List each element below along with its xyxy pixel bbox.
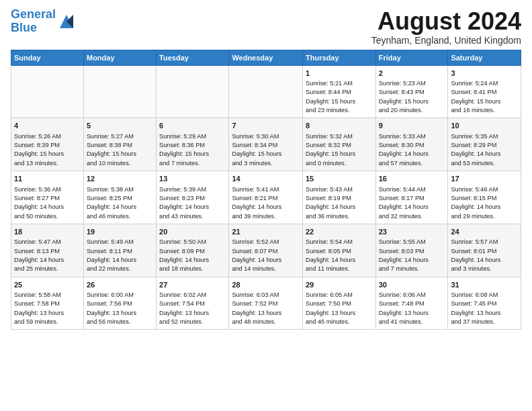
day-detail: Sunrise: 5:30 AMSunset: 8:34 PMDaylight:…: [232, 132, 300, 168]
day-number: 19: [87, 227, 153, 237]
day-number: 31: [451, 280, 518, 290]
calendar-cell: 13Sunrise: 5:39 AMSunset: 8:23 PMDayligh…: [157, 171, 229, 224]
logo-text: GeneralBlue: [11, 8, 56, 35]
calendar-cell: 22Sunrise: 5:54 AMSunset: 8:05 PMDayligh…: [303, 224, 376, 277]
day-number: 27: [159, 280, 226, 290]
calendar-cell: 29Sunrise: 6:05 AMSunset: 7:50 PMDayligh…: [303, 277, 376, 330]
day-detail: Sunrise: 5:43 AMSunset: 8:19 PMDaylight:…: [306, 185, 373, 221]
calendar-cell: [83, 65, 156, 118]
calendar-header: GeneralBlue August 2024 Teynham, England…: [11, 8, 521, 46]
day-detail: Sunrise: 6:03 AMSunset: 7:52 PMDaylight:…: [232, 291, 300, 326]
day-detail: Sunrise: 5:50 AMSunset: 8:09 PMDaylight:…: [159, 238, 226, 273]
day-detail: Sunrise: 5:39 AMSunset: 8:23 PMDaylight:…: [159, 185, 226, 221]
calendar-cell: 7Sunrise: 5:30 AMSunset: 8:34 PMDaylight…: [229, 118, 303, 171]
day-detail: Sunrise: 5:55 AMSunset: 8:03 PMDaylight:…: [379, 238, 445, 273]
day-detail: Sunrise: 5:54 AMSunset: 8:05 PMDaylight:…: [306, 238, 373, 273]
day-detail: Sunrise: 5:35 AMSunset: 8:29 PMDaylight:…: [451, 132, 518, 168]
day-detail: Sunrise: 5:23 AMSunset: 8:43 PMDaylight:…: [379, 79, 445, 115]
calendar-cell: 27Sunrise: 6:02 AMSunset: 7:54 PMDayligh…: [157, 277, 229, 330]
calendar-cell: 24Sunrise: 5:57 AMSunset: 8:01 PMDayligh…: [448, 224, 521, 277]
calendar-cell: 1Sunrise: 5:21 AMSunset: 8:44 PMDaylight…: [303, 65, 376, 118]
calendar-cell: 30Sunrise: 6:06 AMSunset: 7:48 PMDayligh…: [375, 277, 448, 330]
calendar-cell: 3Sunrise: 5:24 AMSunset: 8:41 PMDaylight…: [448, 65, 521, 118]
day-number: 10: [451, 121, 518, 131]
day-header-tuesday: Tuesday: [157, 50, 229, 65]
day-header-friday: Friday: [375, 50, 448, 65]
day-detail: Sunrise: 5:52 AMSunset: 8:07 PMDaylight:…: [232, 238, 300, 273]
day-header-thursday: Thursday: [303, 50, 376, 65]
day-number: 11: [14, 174, 81, 184]
calendar-container: GeneralBlue August 2024 Teynham, England…: [0, 0, 532, 336]
day-detail: Sunrise: 6:06 AMSunset: 7:48 PMDaylight:…: [379, 291, 445, 326]
day-detail: Sunrise: 6:05 AMSunset: 7:50 PMDaylight:…: [306, 291, 373, 326]
day-number: 23: [379, 227, 445, 237]
calendar-cell: 10Sunrise: 5:35 AMSunset: 8:29 PMDayligh…: [448, 118, 521, 171]
calendar-cell: 31Sunrise: 6:08 AMSunset: 7:45 PMDayligh…: [448, 277, 521, 330]
calendar-week-row: 1Sunrise: 5:21 AMSunset: 8:44 PMDaylight…: [11, 65, 521, 118]
day-number: 6: [159, 121, 226, 131]
day-detail: Sunrise: 5:21 AMSunset: 8:44 PMDaylight:…: [306, 79, 373, 115]
day-number: 9: [379, 121, 445, 131]
day-detail: Sunrise: 5:49 AMSunset: 8:11 PMDaylight:…: [87, 238, 153, 273]
calendar-table: SundayMondayTuesdayWednesdayThursdayFrid…: [11, 50, 521, 330]
day-detail: Sunrise: 6:00 AMSunset: 7:56 PMDaylight:…: [87, 291, 153, 326]
day-number: 8: [306, 121, 373, 131]
month-title: August 2024: [371, 8, 521, 35]
calendar-week-row: 4Sunrise: 5:26 AMSunset: 8:39 PMDaylight…: [11, 118, 521, 171]
calendar-cell: 28Sunrise: 6:03 AMSunset: 7:52 PMDayligh…: [229, 277, 303, 330]
calendar-cell: 23Sunrise: 5:55 AMSunset: 8:03 PMDayligh…: [375, 224, 448, 277]
day-detail: Sunrise: 5:38 AMSunset: 8:25 PMDaylight:…: [87, 185, 153, 221]
day-number: 25: [14, 280, 81, 290]
day-header-saturday: Saturday: [448, 50, 521, 65]
day-detail: Sunrise: 5:47 AMSunset: 8:13 PMDaylight:…: [14, 238, 81, 273]
day-detail: Sunrise: 5:58 AMSunset: 7:58 PMDaylight:…: [14, 291, 81, 326]
calendar-cell: 5Sunrise: 5:27 AMSunset: 8:38 PMDaylight…: [83, 118, 156, 171]
day-number: 14: [232, 174, 300, 184]
day-detail: Sunrise: 5:57 AMSunset: 8:01 PMDaylight:…: [451, 238, 518, 273]
day-number: 17: [451, 174, 518, 184]
calendar-week-row: 11Sunrise: 5:36 AMSunset: 8:27 PMDayligh…: [11, 171, 521, 224]
day-detail: Sunrise: 5:26 AMSunset: 8:39 PMDaylight:…: [14, 132, 81, 168]
day-number: 22: [306, 227, 373, 237]
calendar-cell: [157, 65, 229, 118]
day-number: 15: [306, 174, 373, 184]
calendar-cell: 20Sunrise: 5:50 AMSunset: 8:09 PMDayligh…: [157, 224, 229, 277]
calendar-week-row: 25Sunrise: 5:58 AMSunset: 7:58 PMDayligh…: [11, 277, 521, 330]
calendar-header-row: SundayMondayTuesdayWednesdayThursdayFrid…: [11, 50, 521, 65]
day-detail: Sunrise: 5:46 AMSunset: 8:15 PMDaylight:…: [451, 185, 518, 221]
day-detail: Sunrise: 6:08 AMSunset: 7:45 PMDaylight:…: [451, 291, 518, 326]
day-number: 1: [306, 68, 373, 79]
calendar-cell: 11Sunrise: 5:36 AMSunset: 8:27 PMDayligh…: [11, 171, 84, 224]
day-number: 7: [232, 121, 300, 131]
calendar-cell: 9Sunrise: 5:33 AMSunset: 8:30 PMDaylight…: [375, 118, 448, 171]
day-detail: Sunrise: 5:33 AMSunset: 8:30 PMDaylight:…: [379, 132, 445, 168]
calendar-cell: [229, 65, 303, 118]
calendar-cell: 12Sunrise: 5:38 AMSunset: 8:25 PMDayligh…: [83, 171, 156, 224]
calendar-week-row: 18Sunrise: 5:47 AMSunset: 8:13 PMDayligh…: [11, 224, 521, 277]
title-block: August 2024 Teynham, England, United Kin…: [371, 8, 521, 46]
calendar-cell: 25Sunrise: 5:58 AMSunset: 7:58 PMDayligh…: [11, 277, 84, 330]
calendar-cell: 2Sunrise: 5:23 AMSunset: 8:43 PMDaylight…: [375, 65, 448, 118]
day-number: 30: [379, 280, 445, 290]
calendar-cell: 26Sunrise: 6:00 AMSunset: 7:56 PMDayligh…: [83, 277, 156, 330]
day-number: 3: [451, 68, 518, 79]
day-number: 24: [451, 227, 518, 237]
day-number: 2: [379, 68, 445, 79]
calendar-cell: 18Sunrise: 5:47 AMSunset: 8:13 PMDayligh…: [11, 224, 84, 277]
calendar-cell: 17Sunrise: 5:46 AMSunset: 8:15 PMDayligh…: [448, 171, 521, 224]
day-header-wednesday: Wednesday: [229, 50, 303, 65]
day-detail: Sunrise: 5:41 AMSunset: 8:21 PMDaylight:…: [232, 185, 300, 221]
day-number: 29: [306, 280, 373, 290]
calendar-cell: 6Sunrise: 5:29 AMSunset: 8:36 PMDaylight…: [157, 118, 229, 171]
day-number: 5: [87, 121, 153, 131]
day-detail: Sunrise: 5:27 AMSunset: 8:38 PMDaylight:…: [87, 132, 153, 168]
calendar-cell: [11, 65, 84, 118]
day-number: 26: [87, 280, 153, 290]
location-text: Teynham, England, United Kingdom: [371, 35, 521, 46]
day-detail: Sunrise: 5:24 AMSunset: 8:41 PMDaylight:…: [451, 79, 518, 115]
calendar-cell: 8Sunrise: 5:32 AMSunset: 8:32 PMDaylight…: [303, 118, 376, 171]
day-detail: Sunrise: 5:29 AMSunset: 8:36 PMDaylight:…: [159, 132, 226, 168]
calendar-cell: 14Sunrise: 5:41 AMSunset: 8:21 PMDayligh…: [229, 171, 303, 224]
day-number: 13: [159, 174, 226, 184]
day-number: 18: [14, 227, 81, 237]
